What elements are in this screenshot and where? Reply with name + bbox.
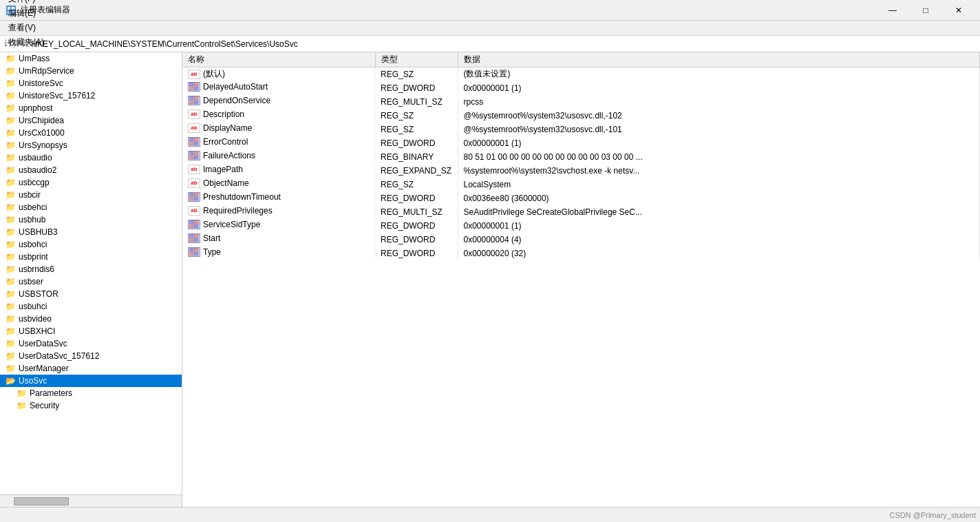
col-type: 类型 — [375, 52, 458, 67]
svg-rect-12 — [194, 101, 198, 104]
maximize-button[interactable]: □ — [910, 0, 941, 21]
svg-rect-16 — [194, 142, 198, 145]
svg-rect-7 — [189, 87, 193, 90]
svg-rect-5 — [189, 83, 193, 86]
tree-item-usbxhci[interactable]: 📁USBXHCI — [0, 325, 182, 337]
entry-name: ImagePath — [203, 165, 243, 174]
tree-item-usbccgp[interactable]: 📁usbccgp — [0, 176, 182, 189]
tree-item-usermanager[interactable]: 📁UserManager — [0, 362, 182, 375]
entry-type: REG_DWORD — [375, 219, 458, 233]
table-row[interactable]: abRequiredPrivilegesREG_MULTI_SZSeAuditP… — [182, 205, 980, 219]
entry-name-cell: DelayedAutoStart — [182, 81, 375, 92]
tree-item-usbser[interactable]: 📁usbser — [0, 275, 182, 288]
menu-bar: 文件(F)编辑(E)查看(V)收藏夹(A)帮助(H) — [0, 21, 980, 36]
entry-name-cell: abRequiredPrivileges — [182, 205, 375, 216]
folder-icon: 📁 — [6, 227, 16, 237]
tree-item-userdatasvc_157612[interactable]: 📁UserDataSvc_157612 — [0, 350, 182, 362]
tree-item-usbohci[interactable]: 📁usbohci — [0, 238, 182, 251]
folder-icon: 📁 — [6, 116, 16, 125]
folder-icon: 📁 — [6, 277, 16, 286]
table-row[interactable]: DelayedAutoStartREG_DWORD0x00000001 (1) — [182, 81, 980, 95]
tree-item-usbprint[interactable]: 📁usbprint — [0, 251, 182, 263]
col-data: 数据 — [458, 52, 980, 67]
horizontal-scrollbar[interactable] — [0, 494, 182, 507]
tree-item-usbaudio[interactable]: 📁usbaudio — [0, 152, 182, 164]
tree-item-security[interactable]: 📁Security — [0, 399, 182, 412]
entries-table: 名称 类型 数据 ab(默认)REG_SZ(数值未设置)DelayedAutoS… — [182, 52, 980, 260]
table-row[interactable]: ab(默认)REG_SZ(数值未设置) — [182, 67, 980, 81]
tree-item-umrdpservice[interactable]: 📁UmRdpService — [0, 65, 182, 77]
tree-item-usbcir[interactable]: 📁usbcir — [0, 189, 182, 201]
tree-item-label: UserDataSvc_157612 — [19, 351, 99, 361]
tree-item-urssynopsys[interactable]: 📁UrsSynopsys — [0, 139, 182, 152]
table-row[interactable]: abObjectNameREG_SZLocalSystem — [182, 178, 980, 191]
scroll-thumb[interactable] — [14, 497, 69, 505]
entry-name-cell: FailureActions — [182, 150, 375, 161]
svg-rect-36 — [194, 252, 198, 255]
menu-item-编辑(E)[interactable]: 编辑(E) — [3, 6, 50, 21]
table-row[interactable]: ErrorControlREG_DWORD0x00000001 (1) — [182, 136, 980, 150]
tree-item-usosvc[interactable]: 📂UsoSvc — [0, 375, 182, 387]
tree-item-usbrndis6[interactable]: 📁usbrndis6 — [0, 263, 182, 275]
close-button[interactable]: ✕ — [943, 0, 974, 21]
table-row[interactable]: abImagePathREG_EXPAND_SZ%systemroot%\sys… — [182, 164, 980, 178]
watermark: CSDN @Primary_student — [890, 511, 976, 519]
table-row[interactable]: abDescriptionREG_SZ@%systemroot%\system3… — [182, 109, 980, 123]
entry-name-cell: PreshutdownTimeout — [182, 191, 375, 202]
tree-item-usbhub3[interactable]: 📁USBHUB3 — [0, 226, 182, 238]
tree-item-userdatasvc[interactable]: 📁UserDataSvc — [0, 337, 182, 350]
dword-icon — [188, 192, 200, 202]
menu-item-文件(F)[interactable]: 文件(F) — [3, 0, 50, 6]
table-row[interactable]: FailureActionsREG_BINARY80 51 01 00 00 0… — [182, 150, 980, 164]
tree-item-upnphost[interactable]: 📁upnphost — [0, 102, 182, 114]
dword-icon — [188, 233, 200, 243]
table-row[interactable]: abDisplayNameREG_SZ@%systemroot%\system3… — [182, 123, 980, 136]
tree-item-label: UrsCx01000 — [19, 128, 65, 138]
entry-type: REG_DWORD — [375, 81, 458, 95]
registry-table: 名称 类型 数据 ab(默认)REG_SZ(数值未设置)DelayedAutoS… — [182, 52, 980, 507]
tree-item-parameters[interactable]: 📁Parameters — [0, 387, 182, 399]
tree-item-usbuhci[interactable]: 📁usbuhci — [0, 300, 182, 313]
folder-icon: 📁 — [6, 165, 16, 175]
svg-rect-31 — [189, 238, 193, 242]
tree-view: 📁UmPass📁UmRdpService📁UnistoreSvc📁Unistor… — [0, 52, 182, 494]
tree-item-usbhub[interactable]: 📁usbhub — [0, 213, 182, 226]
folder-icon: 📁 — [6, 289, 16, 299]
svg-rect-24 — [194, 197, 198, 200]
entry-type: REG_EXPAND_SZ — [375, 164, 458, 178]
tree-item-usbehci[interactable]: 📁usbehci — [0, 201, 182, 213]
tree-item-urscx01000[interactable]: 📁UrsCx01000 — [0, 127, 182, 139]
tree-item-urschipidea[interactable]: 📁UrsChipidea — [0, 114, 182, 127]
tree-item-unistoresvc[interactable]: 📁UnistoreSvc — [0, 77, 182, 90]
minimize-button[interactable]: — — [877, 0, 908, 21]
dword-icon — [188, 82, 200, 92]
entry-data: 0x00000004 (4) — [458, 233, 980, 247]
tree-item-unistoresvc_157612[interactable]: 📁UnistoreSvc_157612 — [0, 90, 182, 102]
tree-item-umpass[interactable]: 📁UmPass — [0, 52, 182, 65]
folder-icon: 📁 — [6, 264, 16, 274]
entry-name: (默认) — [203, 68, 225, 80]
tree-item-usbvideo[interactable]: 📁usbvideo — [0, 313, 182, 325]
entry-type: REG_MULTI_SZ — [375, 95, 458, 109]
entry-name-cell: abDescription — [182, 109, 375, 120]
tree-item-label: usbuhci — [19, 302, 47, 311]
svg-rect-33 — [189, 248, 193, 251]
table-row[interactable]: StartREG_DWORD0x00000004 (4) — [182, 233, 980, 247]
tree-item-label: USBHUB3 — [19, 227, 58, 237]
folder-icon: 📁 — [6, 79, 16, 88]
table-row[interactable]: ServiceSidTypeREG_DWORD0x00000001 (1) — [182, 219, 980, 233]
svg-rect-6 — [194, 83, 198, 86]
tree-item-usbstor[interactable]: 📁USBSTOR — [0, 288, 182, 300]
folder-icon: 📁 — [6, 66, 16, 76]
entry-data: 0x0036ee80 (3600000) — [458, 191, 980, 205]
entry-name: FailureActions — [203, 151, 255, 160]
dword-icon — [188, 247, 200, 257]
entry-name: Start — [203, 233, 220, 243]
folder-icon: 📁 — [6, 190, 16, 200]
table-row[interactable]: TypeREG_DWORD0x00000020 (32) — [182, 247, 980, 260]
tree-item-label: usbhub — [19, 215, 45, 225]
table-row[interactable]: PreshutdownTimeoutREG_DWORD0x0036ee80 (3… — [182, 191, 980, 205]
menu-item-查看(V)[interactable]: 查看(V) — [3, 21, 50, 35]
tree-item-usbaudio2[interactable]: 📁usbaudio2 — [0, 164, 182, 176]
table-row[interactable]: DependOnServiceREG_MULTI_SZrpcss — [182, 95, 980, 109]
